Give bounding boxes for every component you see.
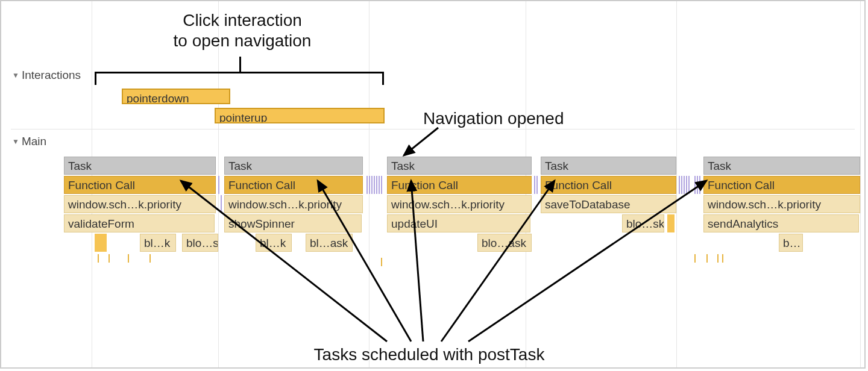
- task-1-frame-4[interactable]: validateForm: [64, 214, 215, 232]
- sliver: [376, 176, 377, 194]
- sliver: [536, 176, 538, 194]
- task-1-frame-3[interactable]: window.sch…k.priority: [64, 195, 216, 213]
- task-2-frame-4[interactable]: showSpinner: [224, 214, 362, 232]
- sliver: [379, 176, 380, 194]
- sliver: [694, 176, 696, 194]
- annotation-navigation-opened: Navigation opened: [423, 108, 564, 129]
- task-3-frame-4[interactable]: updateUI: [387, 214, 530, 232]
- sliver: [697, 176, 698, 194]
- task-4-leaf[interactable]: [667, 214, 675, 232]
- sliver: [688, 176, 690, 194]
- sliver: [371, 176, 373, 194]
- sliver: [684, 176, 685, 194]
- task-5-leaf[interactable]: b…: [779, 234, 803, 252]
- task-1-leaf-b[interactable]: blo…sk: [182, 234, 218, 252]
- task-1[interactable]: Task: [64, 157, 216, 175]
- task-5-frame-4[interactable]: sendAnalytics: [703, 214, 859, 232]
- sliver: [534, 176, 535, 194]
- devtools-performance-diagram: Click interaction to open navigation Int…: [0, 0, 866, 369]
- task-5-function-call[interactable]: Function Call: [703, 176, 860, 194]
- task-4-frame-3[interactable]: saveToDatabase: [541, 195, 676, 213]
- task-2[interactable]: Task: [224, 157, 363, 175]
- sliver: [218, 176, 219, 194]
- track-divider: [11, 129, 855, 129]
- task-5[interactable]: Task: [703, 157, 860, 175]
- sliver: [369, 176, 370, 194]
- track-label-interactions[interactable]: Interactions: [12, 69, 81, 82]
- task-3-frame-3[interactable]: window.sch…k.priority: [387, 195, 532, 213]
- task-2-leaf-b[interactable]: bl…ask: [306, 234, 353, 252]
- task-4-frame-4[interactable]: blo…sk: [622, 214, 664, 232]
- sliver: [221, 195, 222, 213]
- task-5-frame-3[interactable]: window.sch…k.priority: [703, 195, 860, 213]
- task-3-leaf[interactable]: blo…ask: [477, 234, 532, 252]
- sliver: [681, 176, 682, 194]
- task-4-function-call[interactable]: Function Call: [541, 176, 676, 194]
- task-4[interactable]: Task: [541, 157, 676, 175]
- annotation-click-interaction: Click interaction to open navigation: [122, 10, 363, 51]
- task-2-frame-3[interactable]: window.sch…k.priority: [224, 195, 363, 213]
- sliver: [381, 176, 382, 194]
- task-2-leaf-a[interactable]: bl…k: [256, 234, 292, 252]
- task-1-function-call[interactable]: Function Call: [64, 176, 216, 194]
- track-label-main[interactable]: Main: [12, 135, 46, 148]
- annotation-bracket-top: [95, 57, 384, 87]
- sliver: [686, 176, 687, 194]
- sliver: [374, 176, 375, 194]
- sliver: [679, 176, 680, 194]
- task-3[interactable]: Task: [387, 157, 532, 175]
- task-2-function-call[interactable]: Function Call: [224, 176, 363, 194]
- task-3-function-call[interactable]: Function Call: [387, 176, 532, 194]
- sliver: [699, 176, 700, 194]
- task-1-leaf-a[interactable]: bl…k: [140, 234, 176, 252]
- interaction-pointerup[interactable]: pointerup: [215, 108, 385, 123]
- annotation-tasks-scheduled: Tasks scheduled with postTask: [260, 344, 598, 365]
- task-1-leaf[interactable]: [95, 234, 107, 252]
- sliver: [366, 176, 368, 194]
- interaction-pointerdown[interactable]: pointerdown: [122, 89, 230, 104]
